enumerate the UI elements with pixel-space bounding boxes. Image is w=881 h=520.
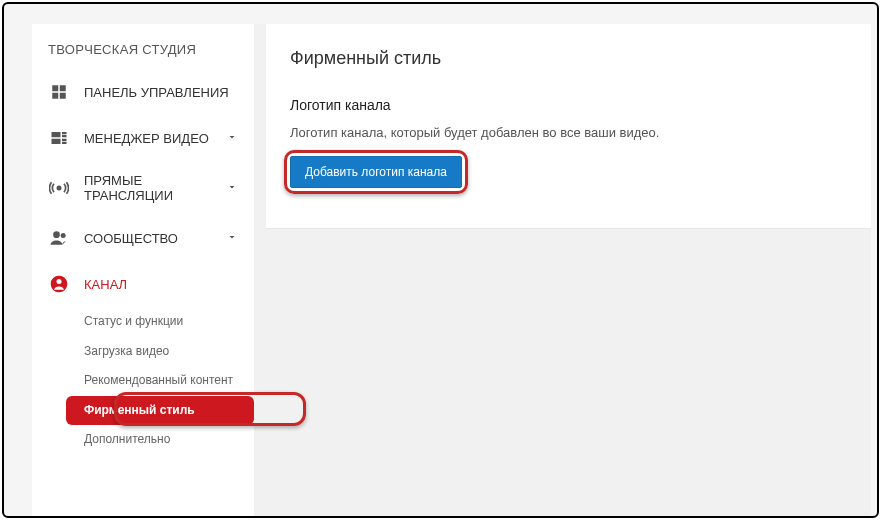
svg-rect-1 [60, 85, 66, 91]
nav-dashboard[interactable]: ПАНЕЛЬ УПРАВЛЕНИЯ [32, 69, 254, 115]
svg-point-12 [61, 233, 66, 238]
svg-rect-9 [62, 142, 67, 144]
nav-channel[interactable]: КАНАЛ [32, 261, 254, 307]
svg-rect-4 [52, 132, 61, 137]
chevron-down-icon [226, 181, 238, 196]
channel-subnav: Статус и функции Загрузка видео Рекоменд… [32, 307, 254, 455]
svg-point-11 [53, 231, 60, 238]
main-content: Фирменный стиль Логотип канала Логотип к… [254, 24, 871, 516]
svg-point-10 [57, 186, 62, 191]
nav-community[interactable]: СООБЩЕСТВО [32, 215, 254, 261]
channel-icon [48, 273, 70, 295]
page-title: Фирменный стиль [290, 48, 847, 69]
svg-rect-6 [62, 135, 67, 137]
subnav-upload[interactable]: Загрузка видео [84, 337, 254, 367]
svg-rect-5 [62, 132, 67, 134]
branding-panel: Фирменный стиль Логотип канала Логотип к… [266, 24, 871, 229]
nav-label: КАНАЛ [84, 277, 127, 292]
svg-rect-7 [52, 139, 61, 144]
section-description: Логотип канала, который будет добавлен в… [290, 125, 847, 140]
nav-video-manager[interactable]: МЕНЕДЖЕР ВИДЕО [32, 115, 254, 161]
svg-rect-8 [62, 139, 67, 141]
nav-label: СООБЩЕСТВО [84, 231, 178, 246]
svg-rect-0 [52, 85, 58, 91]
nav-label: ПАНЕЛЬ УПРАВЛЕНИЯ [84, 85, 229, 100]
chevron-down-icon [226, 131, 238, 146]
section-title: Логотип канала [290, 97, 847, 113]
sidebar-title: ТВОРЧЕСКАЯ СТУДИЯ [32, 24, 254, 69]
chevron-down-icon [226, 231, 238, 246]
video-manager-icon [48, 127, 70, 149]
app-frame: ТВОРЧЕСКАЯ СТУДИЯ ПАНЕЛЬ УПРАВЛЕНИЯ МЕНЕ… [2, 2, 879, 518]
nav-label: ПРЯМЫЕ ТРАНСЛЯЦИИ [84, 173, 226, 203]
svg-point-14 [57, 279, 62, 284]
sidebar: ТВОРЧЕСКАЯ СТУДИЯ ПАНЕЛЬ УПРАВЛЕНИЯ МЕНЕ… [32, 24, 254, 516]
community-icon [48, 227, 70, 249]
subnav-branding[interactable]: Фирменный стиль [66, 396, 254, 426]
subnav-featured[interactable]: Рекомендованный контент [84, 366, 254, 396]
subnav-advanced[interactable]: Дополнительно [84, 425, 254, 455]
nav-label: МЕНЕДЖЕР ВИДЕО [84, 131, 209, 146]
svg-rect-2 [52, 93, 58, 99]
add-branding-button[interactable]: Добавить логотип канала [290, 156, 462, 188]
nav-live-streaming[interactable]: ПРЯМЫЕ ТРАНСЛЯЦИИ [32, 161, 254, 215]
svg-rect-3 [60, 93, 66, 99]
live-icon [48, 177, 70, 199]
subnav-status[interactable]: Статус и функции [84, 307, 254, 337]
dashboard-icon [48, 81, 70, 103]
